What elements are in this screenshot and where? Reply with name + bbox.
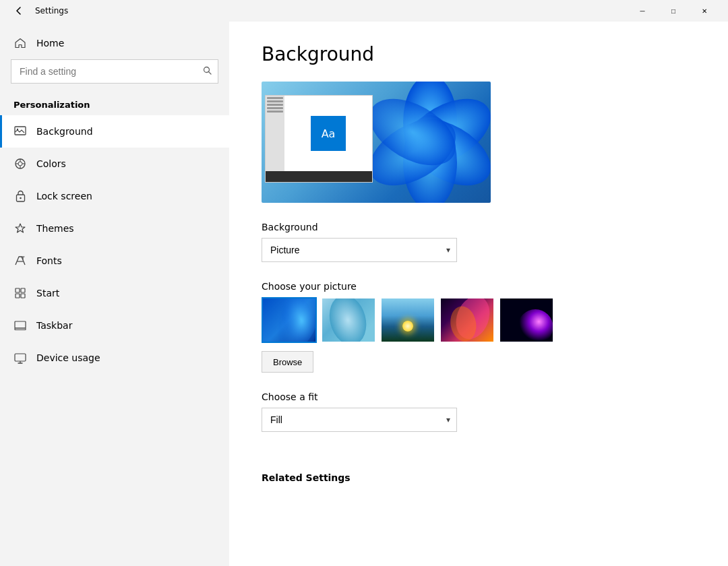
sidebar-item-home[interactable]: Home bbox=[0, 27, 229, 59]
related-settings-title: Related Settings bbox=[262, 472, 696, 483]
home-label: Home bbox=[36, 38, 64, 49]
sidebar-item-fonts-label: Fonts bbox=[36, 255, 62, 266]
sidebar-item-background-label: Background bbox=[36, 126, 93, 137]
sidebar-item-colors-label: Colors bbox=[36, 158, 66, 169]
search-container bbox=[11, 59, 218, 84]
minimize-button[interactable]: ─ bbox=[627, 0, 658, 22]
colors-icon bbox=[13, 157, 27, 170]
svg-rect-18 bbox=[15, 328, 26, 330]
choose-fit-label: Choose a fit bbox=[262, 391, 696, 402]
sidebar-item-background[interactable]: Background bbox=[0, 115, 229, 148]
search-input[interactable] bbox=[11, 59, 218, 84]
device-usage-icon bbox=[13, 351, 27, 365]
maximize-button[interactable]: □ bbox=[658, 0, 689, 22]
thumbnail-5[interactable] bbox=[499, 297, 554, 343]
window-controls: ─ □ ✕ bbox=[627, 0, 720, 22]
browse-button[interactable]: Browse bbox=[262, 351, 313, 373]
app-title: Settings bbox=[35, 6, 68, 15]
preview-aa: Aa bbox=[311, 116, 346, 151]
start-icon bbox=[13, 286, 27, 300]
svg-point-30 bbox=[324, 298, 371, 342]
back-button[interactable] bbox=[8, 0, 30, 22]
sidebar-item-device-usage[interactable]: Device usage bbox=[0, 342, 229, 374]
background-select[interactable]: Picture Solid color Slideshow bbox=[262, 238, 457, 262]
svg-line-1 bbox=[209, 72, 212, 75]
thumbnail-2[interactable] bbox=[321, 297, 376, 343]
win11-flower bbox=[363, 82, 491, 203]
search-icon bbox=[203, 66, 212, 77]
background-icon bbox=[13, 125, 27, 138]
fit-select-wrapper: Fill Fit Stretch Tile Center Span ▾ bbox=[262, 408, 457, 432]
svg-rect-15 bbox=[16, 294, 20, 298]
thumbnail-1[interactable] bbox=[262, 297, 317, 343]
taskbar-icon bbox=[13, 319, 27, 332]
sidebar-item-device-usage-label: Device usage bbox=[36, 352, 100, 363]
choose-fit-section: Choose a fit Fill Fit Stretch Tile Cente… bbox=[262, 391, 696, 432]
sidebar-item-themes-label: Themes bbox=[36, 223, 74, 234]
picture-thumbnails bbox=[262, 297, 696, 343]
related-settings: Related Settings bbox=[262, 472, 696, 483]
page-title: Background bbox=[262, 43, 696, 65]
close-button[interactable]: ✕ bbox=[689, 0, 720, 22]
svg-point-11 bbox=[20, 197, 22, 199]
desktop-mockup: Aa bbox=[265, 95, 373, 183]
home-icon bbox=[13, 36, 27, 50]
svg-rect-13 bbox=[16, 288, 20, 292]
sidebar-item-themes[interactable]: Themes bbox=[0, 212, 229, 245]
sidebar-item-taskbar-label: Taskbar bbox=[36, 320, 72, 331]
background-section: Background Picture Solid color Slideshow… bbox=[262, 222, 696, 262]
sidebar-item-start-label: Start bbox=[36, 288, 59, 298]
svg-rect-17 bbox=[15, 321, 26, 328]
content-area: Background bbox=[229, 22, 728, 566]
background-select-wrapper: Picture Solid color Slideshow ▾ bbox=[262, 238, 457, 262]
sidebar-item-start[interactable]: Start bbox=[0, 277, 229, 309]
svg-point-5 bbox=[18, 162, 22, 166]
svg-rect-19 bbox=[15, 354, 26, 361]
sidebar-item-colors[interactable]: Colors bbox=[0, 148, 229, 180]
svg-rect-16 bbox=[21, 294, 25, 298]
choose-picture-label: Choose your picture bbox=[262, 281, 696, 292]
sidebar: Home Personalization Backg bbox=[0, 22, 229, 566]
thumbnail-3[interactable] bbox=[380, 297, 435, 343]
sidebar-item-taskbar[interactable]: Taskbar bbox=[0, 309, 229, 342]
sidebar-item-fonts[interactable]: Fonts bbox=[0, 245, 229, 277]
themes-icon bbox=[13, 222, 27, 235]
sidebar-item-lock-screen-label: Lock screen bbox=[36, 191, 92, 201]
background-label: Background bbox=[262, 222, 696, 232]
svg-point-3 bbox=[17, 129, 18, 130]
thumbnail-4[interactable] bbox=[439, 297, 495, 343]
svg-point-33 bbox=[518, 309, 553, 342]
svg-rect-14 bbox=[21, 288, 25, 292]
fit-select[interactable]: Fill Fit Stretch Tile Center Span bbox=[262, 408, 457, 432]
app-container: Home Personalization Backg bbox=[0, 22, 728, 566]
sidebar-section-title: Personalization bbox=[0, 94, 229, 115]
sidebar-item-lock-screen[interactable]: Lock screen bbox=[0, 180, 229, 212]
fonts-icon bbox=[13, 254, 27, 268]
background-preview: Aa bbox=[262, 82, 491, 203]
lock-icon bbox=[13, 189, 27, 203]
choose-picture-section: Choose your picture bbox=[262, 281, 696, 373]
titlebar: Settings ─ □ ✕ bbox=[0, 0, 728, 22]
